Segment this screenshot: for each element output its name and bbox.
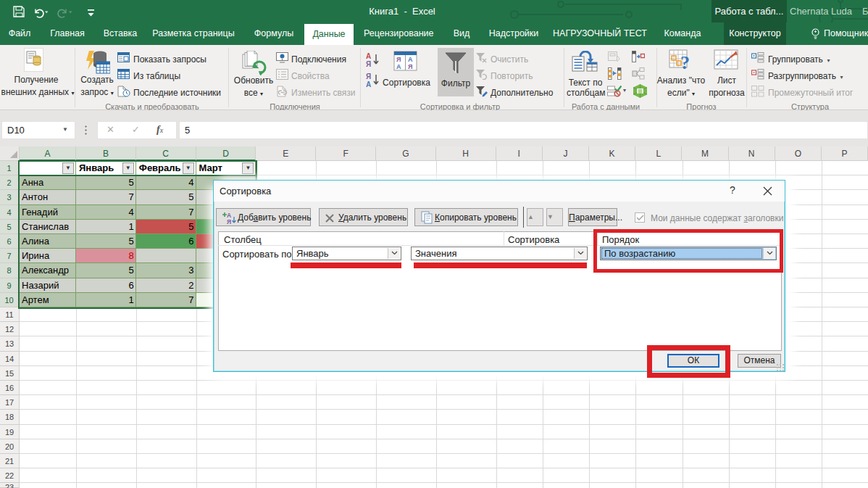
svg-text:Я: Я bbox=[227, 218, 231, 225]
